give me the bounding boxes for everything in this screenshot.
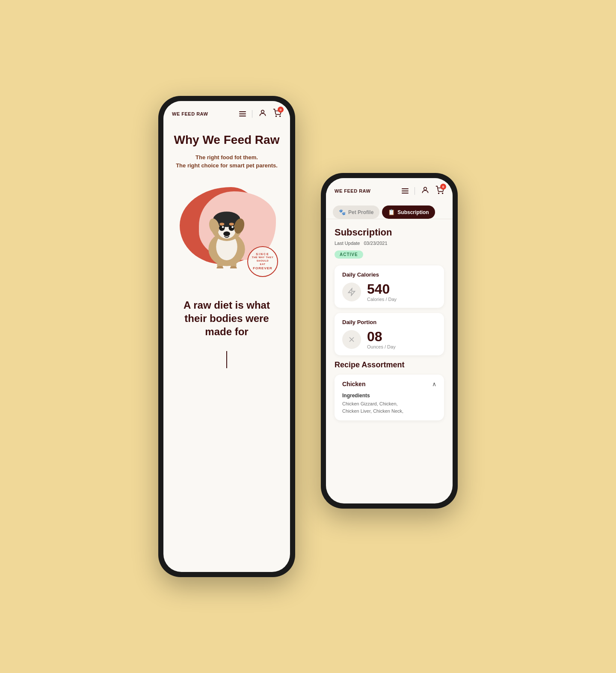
calories-value-group: 540 Calories / Day bbox=[367, 282, 397, 302]
phone-1-screen: WE FEED RAW bbox=[163, 101, 290, 572]
tab-bar: 🐾 Pet Profile 📋 Subscription bbox=[326, 201, 453, 219]
cart-icon-2[interactable]: 0 bbox=[435, 186, 444, 196]
daily-calories-row: 540 Calories / Day bbox=[342, 282, 436, 302]
tab-pet-profile-label: Pet Profile bbox=[348, 209, 373, 215]
phone2-nav: WE FEED RAW bbox=[326, 178, 453, 201]
svg-point-13 bbox=[231, 226, 234, 228]
svg-point-16 bbox=[229, 223, 234, 226]
subscription-tab-icon: 📋 bbox=[388, 209, 395, 215]
status-badge: ACTIVE bbox=[335, 250, 363, 259]
tagline-divider bbox=[226, 351, 227, 368]
cart-badge-1: 0 bbox=[278, 107, 284, 113]
stamp-should: SHOULD bbox=[257, 259, 269, 263]
chevron-up-icon[interactable]: ∧ bbox=[432, 381, 436, 387]
calories-icon bbox=[342, 283, 361, 301]
user-icon-1[interactable] bbox=[258, 109, 267, 119]
portion-value: 08 bbox=[367, 330, 396, 343]
daily-portion-label: Daily Portion bbox=[342, 319, 436, 325]
brand-logo-2: WE FEED RAW bbox=[335, 188, 370, 194]
svg-point-23 bbox=[442, 193, 443, 194]
hero-section: Why We Feed Raw The right food fot them.… bbox=[163, 124, 290, 286]
cart-badge-2: 0 bbox=[440, 184, 446, 190]
svg-point-21 bbox=[424, 187, 427, 190]
daily-calories-label: Daily Calories bbox=[342, 271, 436, 278]
phones-container: WE FEED RAW bbox=[158, 96, 458, 577]
dog-image-container: SINCE THE WAY THEY SHOULD EAT FOREVER bbox=[175, 179, 278, 281]
phone1-nav: WE FEED RAW bbox=[163, 101, 290, 124]
stamp-eat: EAT bbox=[260, 263, 265, 266]
svg-point-0 bbox=[261, 110, 264, 113]
nav-icons-1: 0 bbox=[239, 109, 281, 119]
last-update-date: 03/23/2021 bbox=[364, 241, 388, 246]
stamp-badge: SINCE THE WAY THEY SHOULD EAT FOREVER bbox=[247, 246, 278, 277]
hamburger-icon-1[interactable] bbox=[239, 111, 246, 116]
recipe-card: Chicken ∧ Ingredients Chicken Gizzard, C… bbox=[335, 375, 444, 420]
portion-unit: Ounces / Day bbox=[367, 344, 396, 349]
tab-subscription-label: Subscription bbox=[397, 209, 429, 215]
svg-point-14 bbox=[223, 231, 230, 236]
recipe-assortment-title: Recipe Assortment bbox=[335, 360, 444, 369]
svg-point-12 bbox=[222, 226, 224, 228]
portion-icon bbox=[342, 330, 361, 349]
hero-title: Why We Feed Raw bbox=[174, 133, 280, 147]
stamp-forever: FOREVER bbox=[253, 266, 272, 271]
svg-point-11 bbox=[229, 225, 235, 231]
last-update-label: Last Update bbox=[335, 241, 360, 246]
recipe-name: Chicken bbox=[342, 381, 365, 387]
portion-value-group: 08 Ounces / Day bbox=[367, 330, 396, 349]
phone-1: WE FEED RAW bbox=[158, 96, 295, 577]
calories-unit: Calories / Day bbox=[367, 297, 397, 302]
nav-divider-2 bbox=[415, 187, 415, 195]
hero-subtitle: The right food fot them.The right choice… bbox=[174, 153, 280, 170]
svg-marker-24 bbox=[349, 289, 355, 296]
daily-portion-card: Daily Portion 08 Ounces / Day bbox=[335, 313, 444, 355]
svg-point-22 bbox=[438, 193, 439, 194]
user-icon-2[interactable] bbox=[421, 186, 429, 196]
svg-point-2 bbox=[280, 116, 281, 117]
tab-subscription[interactable]: 📋 Subscription bbox=[382, 205, 435, 219]
svg-point-10 bbox=[219, 225, 225, 231]
daily-calories-card: Daily Calories 540 Calories / Day bbox=[335, 265, 444, 308]
svg-point-1 bbox=[276, 116, 277, 117]
phone-2-screen: WE FEED RAW bbox=[326, 178, 453, 503]
tagline: A raw diet is what their bodies were mad… bbox=[163, 286, 290, 343]
subscription-content: Subscription Last Update 03/23/2021 ACTI… bbox=[326, 219, 453, 428]
brand-logo-1: WE FEED RAW bbox=[172, 111, 208, 116]
calories-value: 540 bbox=[367, 282, 397, 296]
stamp-since: SINCE bbox=[256, 252, 269, 256]
nav-icons-2: 0 bbox=[402, 186, 444, 196]
cart-icon-1[interactable]: 0 bbox=[273, 109, 281, 119]
hamburger-icon-2[interactable] bbox=[402, 188, 409, 194]
recipe-header[interactable]: Chicken ∧ bbox=[342, 381, 436, 387]
daily-portion-row: 08 Ounces / Day bbox=[342, 330, 436, 349]
subscription-title: Subscription bbox=[335, 227, 444, 238]
ingredients-text: Chicken Gizzard, Chicken,Chicken Liver, … bbox=[342, 400, 436, 414]
stamp-theway: THE WAY THEY bbox=[252, 256, 273, 259]
nav-divider-1 bbox=[252, 110, 252, 118]
phone-2: WE FEED RAW bbox=[321, 173, 458, 509]
pet-profile-tab-icon: 🐾 bbox=[339, 209, 346, 215]
tab-pet-profile[interactable]: 🐾 Pet Profile bbox=[333, 205, 379, 219]
svg-point-15 bbox=[219, 223, 224, 226]
ingredients-label: Ingredients bbox=[342, 393, 436, 399]
last-update: Last Update 03/23/2021 bbox=[335, 241, 444, 246]
